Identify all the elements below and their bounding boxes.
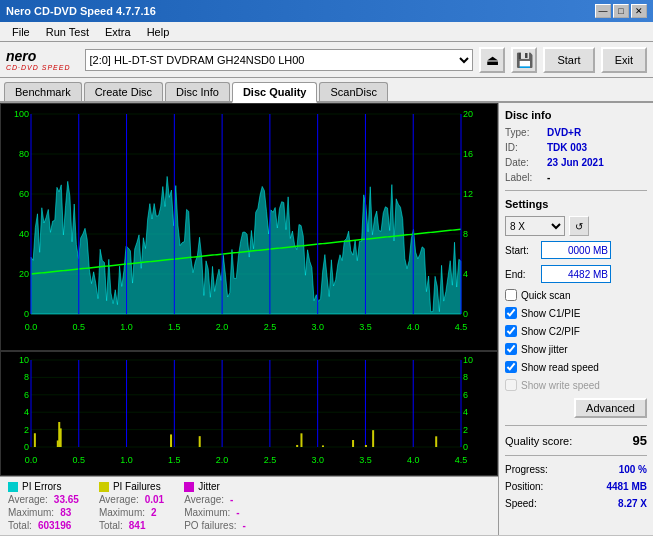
quick-scan-checkbox[interactable] bbox=[505, 289, 517, 301]
start-button[interactable]: Start bbox=[543, 47, 594, 73]
upper-chart bbox=[0, 103, 498, 351]
date-row: Date: 23 Jun 2021 bbox=[505, 157, 647, 168]
show-jitter-checkbox[interactable] bbox=[505, 343, 517, 355]
pi-errors-total-label: Total: bbox=[8, 520, 32, 531]
menu-extra[interactable]: Extra bbox=[97, 24, 139, 40]
speed-value: 8.27 X bbox=[618, 498, 647, 509]
divider-2 bbox=[505, 425, 647, 426]
show-jitter-row: Show jitter bbox=[505, 343, 647, 355]
divider-3 bbox=[505, 455, 647, 456]
date-label: Date: bbox=[505, 157, 543, 168]
po-failures-value: - bbox=[242, 520, 245, 531]
disc-label-row: Label: - bbox=[505, 172, 647, 183]
quick-scan-label: Quick scan bbox=[521, 290, 570, 301]
start-input[interactable] bbox=[541, 241, 611, 259]
type-value: DVD+R bbox=[547, 127, 581, 138]
jitter-avg-value: - bbox=[230, 494, 233, 505]
legend-bar: PI Errors Average: 33.65 Maximum: 83 Tot… bbox=[0, 476, 498, 535]
show-read-speed-label: Show read speed bbox=[521, 362, 599, 373]
settings-title: Settings bbox=[505, 198, 647, 210]
pi-errors-max-label: Maximum: bbox=[8, 507, 54, 518]
menu-file[interactable]: File bbox=[4, 24, 38, 40]
quality-score-label: Quality score: bbox=[505, 435, 572, 447]
jitter-max-label: Maximum: bbox=[184, 507, 230, 518]
advanced-button[interactable]: Advanced bbox=[574, 398, 647, 418]
progress-row: Progress: 100 % bbox=[505, 464, 647, 475]
date-value: 23 Jun 2021 bbox=[547, 157, 604, 168]
end-mb-row: End: bbox=[505, 265, 647, 283]
show-read-speed-checkbox[interactable] bbox=[505, 361, 517, 373]
show-c1pie-checkbox[interactable] bbox=[505, 307, 517, 319]
show-write-speed-label: Show write speed bbox=[521, 380, 600, 391]
start-label: Start: bbox=[505, 245, 537, 256]
position-label: Position: bbox=[505, 481, 543, 492]
refresh-button[interactable]: ↺ bbox=[569, 216, 589, 236]
menu-run-test[interactable]: Run Test bbox=[38, 24, 97, 40]
quick-scan-row: Quick scan bbox=[505, 289, 647, 301]
speed-label: Speed: bbox=[505, 498, 537, 509]
tab-disc-info[interactable]: Disc Info bbox=[165, 82, 230, 101]
pi-failures-max-value: 2 bbox=[151, 507, 157, 518]
main-content: PI Errors Average: 33.65 Maximum: 83 Tot… bbox=[0, 103, 653, 535]
end-input[interactable] bbox=[541, 265, 611, 283]
jitter-legend: Jitter Average: - Maximum: - PO failures… bbox=[184, 481, 246, 531]
end-label: End: bbox=[505, 269, 537, 280]
lower-chart bbox=[0, 351, 498, 476]
pi-failures-legend: PI Failures Average: 0.01 Maximum: 2 Tot… bbox=[99, 481, 164, 531]
position-value: 4481 MB bbox=[606, 481, 647, 492]
minimize-button[interactable]: — bbox=[595, 4, 611, 18]
close-button[interactable]: ✕ bbox=[631, 4, 647, 18]
pi-failures-title: PI Failures bbox=[113, 481, 161, 492]
show-write-speed-row: Show write speed bbox=[505, 379, 647, 391]
pi-errors-title: PI Errors bbox=[22, 481, 61, 492]
progress-value: 100 % bbox=[619, 464, 647, 475]
nero-main-text: nero bbox=[6, 48, 71, 64]
show-c1pie-label: Show C1/PIE bbox=[521, 308, 580, 319]
pi-failures-total-label: Total: bbox=[99, 520, 123, 531]
eject-icon-button[interactable]: ⏏ bbox=[479, 47, 505, 73]
position-row: Position: 4481 MB bbox=[505, 481, 647, 492]
drive-selector[interactable]: [2:0] HL-DT-ST DVDRAM GH24NSD0 LH00 bbox=[85, 49, 474, 71]
toolbar: nero CD·DVD SPEED [2:0] HL-DT-ST DVDRAM … bbox=[0, 42, 653, 78]
maximize-button[interactable]: □ bbox=[613, 4, 629, 18]
tab-disc-quality[interactable]: Disc Quality bbox=[232, 82, 318, 103]
progress-label: Progress: bbox=[505, 464, 548, 475]
pi-errors-avg-value: 33.65 bbox=[54, 494, 79, 505]
show-jitter-label: Show jitter bbox=[521, 344, 568, 355]
po-failures-label: PO failures: bbox=[184, 520, 236, 531]
show-c2pif-checkbox[interactable] bbox=[505, 325, 517, 337]
title-bar: Nero CD-DVD Speed 4.7.7.16 — □ ✕ bbox=[0, 0, 653, 22]
exit-button[interactable]: Exit bbox=[601, 47, 647, 73]
menu-help[interactable]: Help bbox=[139, 24, 178, 40]
show-c1pie-row: Show C1/PIE bbox=[505, 307, 647, 319]
pi-errors-legend: PI Errors Average: 33.65 Maximum: 83 Tot… bbox=[8, 481, 79, 531]
speed-selector[interactable]: 8 X bbox=[505, 216, 565, 236]
type-label: Type: bbox=[505, 127, 543, 138]
pi-errors-avg-label: Average: bbox=[8, 494, 48, 505]
quality-score-value: 95 bbox=[633, 433, 647, 448]
type-row: Type: DVD+R bbox=[505, 127, 647, 138]
menu-bar: File Run Test Extra Help bbox=[0, 22, 653, 42]
jitter-title: Jitter bbox=[198, 481, 220, 492]
show-read-speed-row: Show read speed bbox=[505, 361, 647, 373]
jitter-color bbox=[184, 482, 194, 492]
pi-errors-color bbox=[8, 482, 18, 492]
show-c2pif-label: Show C2/PIF bbox=[521, 326, 580, 337]
tab-scan-disc[interactable]: ScanDisc bbox=[319, 82, 387, 101]
pi-errors-total-value: 603196 bbox=[38, 520, 71, 531]
pi-errors-max-value: 83 bbox=[60, 507, 71, 518]
pi-failures-avg-label: Average: bbox=[99, 494, 139, 505]
show-write-speed-checkbox[interactable] bbox=[505, 379, 517, 391]
tab-benchmark[interactable]: Benchmark bbox=[4, 82, 82, 101]
start-mb-row: Start: bbox=[505, 241, 647, 259]
quality-score-row: Quality score: 95 bbox=[505, 433, 647, 448]
jitter-max-value: - bbox=[236, 507, 239, 518]
info-panel: Disc info Type: DVD+R ID: TDK 003 Date: … bbox=[498, 103, 653, 535]
window-controls[interactable]: — □ ✕ bbox=[595, 4, 647, 18]
pi-failures-avg-value: 0.01 bbox=[145, 494, 164, 505]
tab-create-disc[interactable]: Create Disc bbox=[84, 82, 163, 101]
nero-sub-text: CD·DVD SPEED bbox=[6, 64, 71, 71]
speed-readout-row: Speed: 8.27 X bbox=[505, 498, 647, 509]
pi-failures-color bbox=[99, 482, 109, 492]
save-icon-button[interactable]: 💾 bbox=[511, 47, 537, 73]
